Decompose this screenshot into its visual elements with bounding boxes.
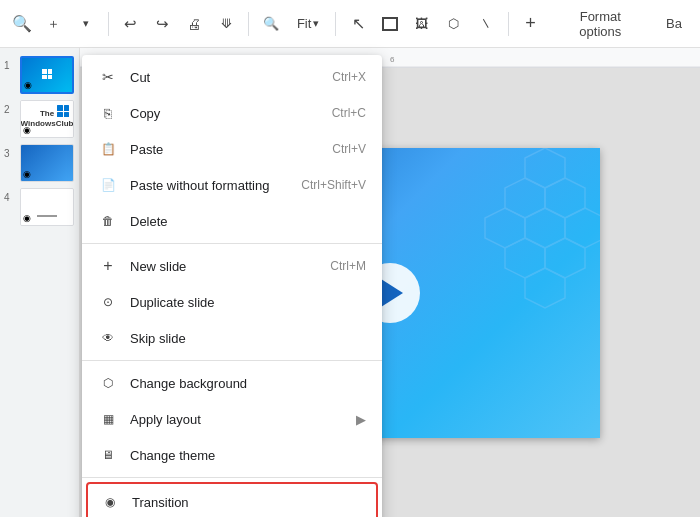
slide-preview-1: ◉ [20, 56, 74, 94]
slide-2-logo [57, 105, 69, 117]
menu-item-change-bg[interactable]: ⬡ Change background [82, 365, 382, 401]
zoom-fit-button[interactable]: 🔍 [257, 8, 285, 40]
shape-button[interactable]: ⬡ [440, 8, 468, 40]
search-icon: 🔍 [263, 16, 279, 31]
play-arrow-icon [381, 279, 403, 307]
redo-button[interactable]: ↪ [148, 8, 176, 40]
menu-item-delete[interactable]: 🗑 Delete [82, 203, 382, 239]
image-icon: 🖼 [415, 16, 428, 31]
change-theme-icon: 🖥 [98, 445, 118, 465]
cut-label: Cut [130, 70, 332, 85]
slide-number-4: 4 [4, 188, 16, 203]
change-bg-icon: ⬡ [98, 373, 118, 393]
new-slide-icon: + [98, 256, 118, 276]
separator-3 [335, 12, 336, 36]
slide-preview-2: TheWindowsClub ◉ [20, 100, 74, 138]
copy-label: Copy [130, 106, 332, 121]
transition-icon: ◉ [100, 492, 120, 512]
shape-icon: ⬡ [448, 16, 459, 31]
print-button[interactable]: 🖨 [180, 8, 208, 40]
line-button[interactable]: / [472, 8, 500, 40]
slide-1-transition-icon: ◉ [24, 80, 32, 90]
slides-panel: 1 ◉ 2 [0, 48, 80, 517]
menu-separator-1 [82, 243, 382, 244]
zoom-out-icon: 🔍 [12, 14, 32, 33]
apply-layout-arrow-icon: ▶ [356, 412, 366, 427]
svg-text:6: 6 [390, 55, 395, 64]
hex-pattern [470, 148, 600, 358]
slide-number-2: 2 [4, 100, 16, 115]
paste-label: Paste [130, 142, 332, 157]
delete-label: Delete [130, 214, 366, 229]
skip-icon: 👁 [98, 328, 118, 348]
apply-layout-label: Apply layout [130, 412, 348, 427]
apply-layout-icon: ▦ [98, 409, 118, 429]
duplicate-label: Duplicate slide [130, 295, 366, 310]
svg-marker-15 [525, 208, 565, 248]
menu-item-new-slide[interactable]: + New slide Ctrl+M [82, 248, 382, 284]
slide-2-transition-icon: ◉ [23, 125, 31, 135]
menu-item-cut[interactable]: ✂ Cut Ctrl+X [82, 59, 382, 95]
svg-marker-17 [485, 208, 525, 248]
svg-marker-18 [545, 238, 585, 278]
change-bg-label: Change background [130, 376, 366, 391]
fit-button[interactable]: Fit ▾ [289, 12, 327, 35]
line-icon: / [479, 17, 492, 30]
frame-button[interactable] [376, 8, 404, 40]
menu-item-transition[interactable]: ◉ Transition [86, 482, 378, 517]
skip-label: Skip slide [130, 331, 366, 346]
svg-marker-19 [505, 238, 545, 278]
delete-icon: 🗑 [98, 211, 118, 231]
cut-shortcut: Ctrl+X [332, 70, 366, 84]
menu-item-paste[interactable]: 📋 Paste Ctrl+V [82, 131, 382, 167]
undo-button[interactable]: ↩ [117, 8, 145, 40]
back-button[interactable]: Ba [656, 10, 692, 37]
menu-item-apply-layout[interactable]: ▦ Apply layout ▶ [82, 401, 382, 437]
menu-item-paste-no-format[interactable]: 📄 Paste without formatting Ctrl+Shift+V [82, 167, 382, 203]
menu-item-change-theme[interactable]: 🖥 Change theme [82, 437, 382, 473]
slide-3-transition-icon: ◉ [23, 169, 31, 179]
paste-shortcut: Ctrl+V [332, 142, 366, 156]
frame-icon [382, 17, 398, 31]
copy-icon: ⎘ [98, 103, 118, 123]
slide-number-3: 3 [4, 144, 16, 159]
select-button[interactable]: ↖ [344, 8, 372, 40]
fit-dropdown-icon: ▾ [313, 17, 319, 30]
separator-1 [108, 12, 109, 36]
undo-icon: ↩ [124, 15, 137, 33]
fit-label: Fit [297, 16, 311, 31]
menu-item-duplicate[interactable]: ⊙ Duplicate slide [82, 284, 382, 320]
transition-label: Transition [132, 495, 364, 510]
context-menu: ✂ Cut Ctrl+X ⎘ Copy Ctrl+C 📋 Paste Ctrl+… [82, 55, 382, 517]
zoom-out-button[interactable]: 🔍 [8, 8, 36, 40]
new-slide-label: New slide [130, 259, 330, 274]
add-button[interactable]: + [517, 8, 545, 40]
separator-4 [508, 12, 509, 36]
back-label: Ba [666, 16, 682, 31]
slide-thumb-1[interactable]: 1 ◉ [4, 56, 75, 94]
change-theme-label: Change theme [130, 448, 366, 463]
slide-number-1: 1 [4, 56, 16, 71]
new-slide-shortcut: Ctrl+M [330, 259, 366, 273]
zoom-dropdown-button[interactable]: ▾ [72, 8, 100, 40]
plus-icon: ＋ [47, 15, 60, 33]
zoom-in-button[interactable]: ＋ [40, 8, 68, 40]
menu-separator-3 [82, 477, 382, 478]
image-button[interactable]: 🖼 [408, 8, 436, 40]
format-options-button[interactable]: Format options [549, 3, 653, 45]
toolbar: 🔍 ＋ ▾ ↩ ↪ 🖨 ⟱ 🔍 Fit ▾ ↖ 🖼 ⬡ / + [0, 0, 700, 48]
slide-thumb-3[interactable]: 3 ◉ [4, 144, 75, 182]
slide-thumb-4[interactable]: 4 ◉ [4, 188, 75, 226]
svg-marker-13 [545, 178, 585, 218]
paint-format-button[interactable]: ⟱ [212, 8, 240, 40]
svg-marker-12 [525, 148, 565, 188]
svg-marker-20 [525, 268, 565, 308]
slide-thumb-2[interactable]: 2 TheWindowsClub ◉ [4, 100, 75, 138]
paste-no-format-icon: 📄 [98, 175, 118, 195]
copy-shortcut: Ctrl+C [332, 106, 366, 120]
print-icon: 🖨 [187, 16, 201, 32]
menu-item-skip[interactable]: 👁 Skip slide [82, 320, 382, 356]
menu-item-copy[interactable]: ⎘ Copy Ctrl+C [82, 95, 382, 131]
slide-preview-4: ◉ [20, 188, 74, 226]
redo-icon: ↪ [156, 15, 169, 33]
